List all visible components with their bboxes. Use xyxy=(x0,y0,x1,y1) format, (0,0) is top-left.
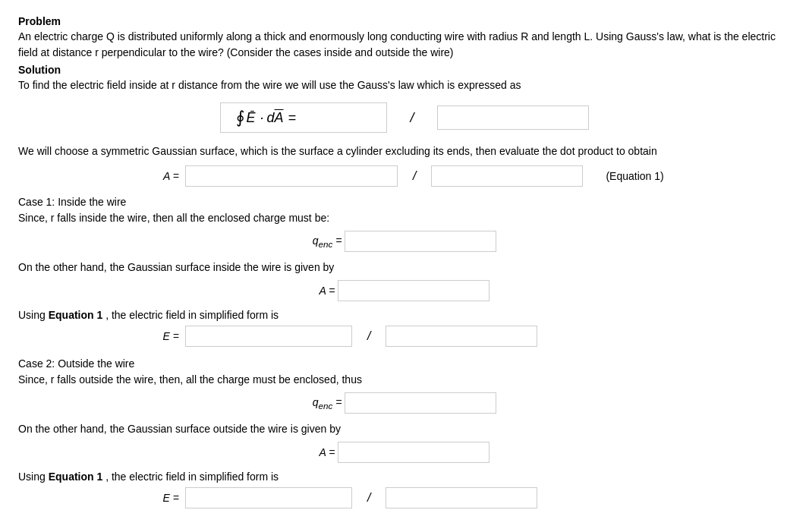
problem-text: An electric charge Q is distributed unif… xyxy=(18,29,791,61)
case1-qenc-row: qenc = xyxy=(18,231,791,252)
gauss-law-rhs xyxy=(437,105,589,130)
solution-text: To find the electric field inside at r d… xyxy=(18,77,791,93)
case2-qenc-box xyxy=(345,392,496,414)
solution-section: Solution To find the electric field insi… xyxy=(18,64,791,93)
case2-text2: On the other hand, the Gaussian surface … xyxy=(18,421,791,437)
eq1-annotation: (Equation 1) xyxy=(606,170,663,182)
case1-text1: Since, r falls inside the wire, then all… xyxy=(18,210,791,226)
case2-text1: Since, r falls outside the wire, then, a… xyxy=(18,372,791,388)
case2-using-text: Using Equation 1 , the electric field in… xyxy=(18,471,791,483)
case1-e-slash: / xyxy=(367,329,370,343)
problem-title: Problem xyxy=(18,15,791,27)
case1-section: Case 1: Inside the wire Since, r falls i… xyxy=(18,196,791,347)
case2-qenc-label: qenc = xyxy=(313,396,345,411)
equation1-row: A = / (Equation 1) xyxy=(18,165,791,187)
eq1-slash: / xyxy=(413,169,416,183)
problem-section: Problem An electric charge Q is distribu… xyxy=(18,15,791,61)
case2-e-row: E = / xyxy=(18,487,791,508)
case1-text2: On the other hand, the Gaussian surface … xyxy=(18,260,791,275)
case2-e-label: E = xyxy=(18,492,185,504)
case1-e-row: E = / xyxy=(18,326,791,347)
case1-qenc-box xyxy=(345,231,496,252)
case1-a-box xyxy=(338,280,489,301)
case2-eq1-ref: Equation 1 xyxy=(49,471,103,483)
case2-title: Case 2: Outside the wire xyxy=(18,357,791,370)
gauss-law-slash: / xyxy=(410,110,414,126)
case1-e-rhs xyxy=(386,326,537,347)
gauss-law-lhs: ∮ Ē · dA = xyxy=(220,102,387,133)
case1-eq1-ref: Equation 1 xyxy=(49,309,103,321)
symmetric-text: We will choose a symmetric Gaussian surf… xyxy=(18,143,791,159)
case2-a-row: A = xyxy=(18,442,791,463)
solution-title: Solution xyxy=(18,64,791,76)
case1-using-text: Using Equation 1 , the electric field in… xyxy=(18,309,791,321)
eq1-box xyxy=(185,165,398,187)
case1-e-box xyxy=(185,326,352,347)
case2-section: Case 2: Outside the wire Since, r falls … xyxy=(18,357,791,508)
case1-a-label: A = xyxy=(320,285,338,297)
case2-e-box xyxy=(185,487,352,508)
case2-e-rhs xyxy=(386,487,537,508)
gauss-law-row: ∮ Ē · dA = / xyxy=(18,102,791,133)
case2-a-label: A = xyxy=(320,446,338,458)
case1-qenc-label: qenc = xyxy=(313,235,345,249)
eq1-rhs xyxy=(431,165,583,187)
case1-title: Case 1: Inside the wire xyxy=(18,196,791,208)
case2-e-slash: / xyxy=(367,491,370,505)
case1-e-label: E = xyxy=(18,330,185,342)
eq1-label: A = xyxy=(18,170,185,182)
case1-a-row: A = xyxy=(18,280,791,301)
case2-qenc-row: qenc = xyxy=(18,392,791,414)
case2-a-box xyxy=(338,442,489,463)
